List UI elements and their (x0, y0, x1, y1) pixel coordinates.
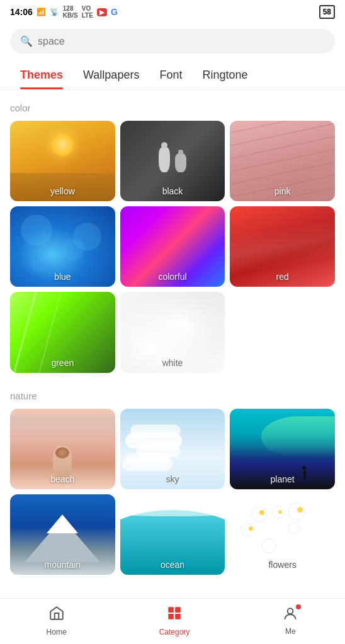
main-content: color yellow (0, 90, 345, 643)
vo-lte-icon: VOLTE (82, 5, 93, 19)
theme-green[interactable]: green (10, 292, 115, 372)
tab-font[interactable]: Font (149, 64, 192, 89)
time-display: 14:06 (10, 7, 33, 17)
wifi-icon: 📡 (50, 8, 59, 16)
nature-grid: beach sky planet (10, 409, 335, 575)
svg-rect-0 (168, 607, 174, 613)
theme-yellow-label: yellow (10, 186, 115, 196)
color-grid: yellow black (10, 121, 335, 373)
theme-flowers[interactable]: flowers (230, 494, 335, 575)
theme-mountain[interactable]: mountain (10, 494, 115, 575)
theme-sky-label: sky (120, 474, 225, 484)
theme-mountain-label: mountain (10, 560, 115, 570)
color-section: color yellow (10, 103, 335, 373)
nav-home[interactable]: Home (47, 605, 67, 636)
theme-red-label: red (230, 272, 335, 282)
theme-white[interactable]: white (120, 292, 225, 372)
status-time: 14:06 📶 📡 128KB/S VOLTE ▶ G (10, 5, 118, 19)
theme-colorful-label: colorful (120, 272, 225, 282)
tab-wallpapers[interactable]: Wallpapers (73, 64, 149, 89)
status-right: 58 (319, 5, 335, 19)
category-icon (166, 605, 183, 625)
tab-ringtone[interactable]: Ringtone (192, 64, 257, 89)
g-icon: G (111, 7, 118, 17)
theme-ocean-label: ocean (120, 560, 225, 570)
theme-planet[interactable]: planet (230, 409, 335, 489)
battery-display: 58 (319, 5, 335, 19)
nav-home-label: Home (47, 628, 67, 636)
theme-blue-label: blue (10, 272, 115, 282)
theme-planet-label: planet (230, 474, 335, 484)
theme-red[interactable]: red (230, 206, 335, 287)
search-input[interactable] (38, 36, 325, 47)
theme-black-label: black (120, 186, 225, 196)
nav-me[interactable]: Me (282, 606, 298, 636)
black-vase-decoration (159, 147, 186, 172)
theme-green-label: green (10, 358, 115, 368)
rec-icon: ▶ (97, 8, 107, 16)
color-section-title: color (10, 103, 335, 113)
theme-ocean[interactable]: ocean (120, 494, 225, 575)
nature-section: nature beach sky (10, 391, 335, 575)
svg-rect-1 (175, 607, 181, 613)
nav-me-label: Me (285, 627, 296, 636)
theme-colorful[interactable]: colorful (120, 206, 225, 287)
theme-pink-label: pink (230, 186, 335, 196)
theme-white-label: white (120, 358, 225, 368)
theme-beach-label: beach (10, 474, 115, 484)
signal-icon: 📶 (37, 8, 46, 16)
theme-blue[interactable]: blue (10, 206, 115, 287)
theme-black[interactable]: black (120, 121, 225, 201)
search-icon: 🔍 (20, 35, 33, 47)
home-icon (48, 605, 65, 625)
tab-bar: Themes Wallpapers Font Ringtone (0, 53, 345, 90)
theme-sky[interactable]: sky (120, 409, 225, 489)
data-info: 128KB/S (63, 5, 78, 19)
nature-section-title: nature (10, 391, 335, 401)
status-bar: 14:06 📶 📡 128KB/S VOLTE ▶ G 58 (0, 0, 345, 24)
nav-category[interactable]: Category (159, 605, 190, 636)
svg-point-4 (288, 608, 293, 614)
theme-pink[interactable]: pink (230, 121, 335, 201)
svg-rect-3 (175, 614, 181, 619)
tab-themes[interactable]: Themes (10, 64, 73, 89)
bottom-nav: Home Category Me (0, 598, 345, 644)
theme-beach[interactable]: beach (10, 409, 115, 489)
theme-flowers-label: flowers (230, 560, 335, 570)
me-badge (296, 604, 301, 609)
me-icon-wrapper (282, 606, 298, 625)
search-bar[interactable]: 🔍 (10, 29, 335, 53)
nav-category-label: Category (159, 628, 190, 636)
svg-rect-2 (168, 614, 174, 619)
theme-yellow[interactable]: yellow (10, 121, 115, 201)
